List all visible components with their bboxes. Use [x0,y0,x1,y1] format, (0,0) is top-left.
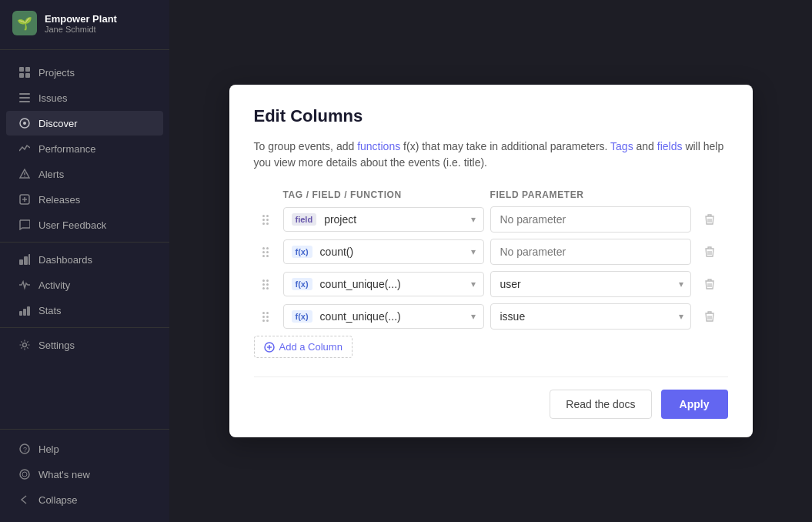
main-content: Edit Columns To group events, add functi… [169,0,812,522]
sidebar-item-stats[interactable]: Stats [6,298,163,323]
sidebar-item-label: Activity [38,279,70,291]
functions-link[interactable]: functions [357,140,400,152]
modal-description: To group events, add functions f(x) that… [254,139,728,171]
read-docs-button[interactable]: Read the docs [550,390,651,419]
sidebar-item-dashboards[interactable]: Dashboards [6,247,163,272]
sidebar-item-user-feedback[interactable]: User Feedback [6,212,163,237]
svg-rect-15 [19,311,22,316]
modal-overlay: Edit Columns To group events, add functi… [169,0,812,522]
stats-icon [18,304,31,316]
sidebar-bottom: ? Help What's new Collapse [0,429,169,522]
svg-rect-2 [19,73,24,78]
param-input-2[interactable] [490,239,691,265]
sidebar-item-help[interactable]: ? Help [6,437,163,461]
svg-rect-17 [27,306,30,316]
field-badge-4: f(x) [292,310,312,323]
sidebar: 🌱 Empower Plant Jane Schmidt Projects Is… [0,0,169,522]
feedback-icon [18,219,31,231]
sidebar-logo: 🌱 [12,11,37,35]
sidebar-item-label: User Feedback [38,219,106,231]
apply-button[interactable]: Apply [661,390,728,419]
field-select-1[interactable]: field project ▾ [283,207,484,232]
delete-row-1-button[interactable] [697,207,722,232]
sidebar-item-collapse[interactable]: Collapse [6,487,163,512]
delete-row-2-button[interactable] [697,239,722,264]
svg-rect-1 [25,67,30,72]
org-user: Jane Schmidt [45,25,117,34]
param-select-3[interactable]: user issue [490,271,691,297]
svg-rect-5 [19,97,30,99]
svg-point-18 [23,343,27,347]
settings-icon [18,339,31,351]
sidebar-item-label: What's new [38,469,90,480]
sidebar-item-performance[interactable]: Performance [6,136,163,161]
chevron-down-icon-4: ▾ [471,311,476,322]
fx-text: f(x) that may take in additional paramet… [403,140,610,152]
sidebar-item-label: Alerts [38,169,64,180]
tags-link[interactable]: Tags [610,140,633,152]
field-name-4: count_unique(...) [320,310,466,323]
grid-icon [18,66,31,79]
releases-icon [18,193,31,206]
fields-link[interactable]: fields [657,140,683,152]
svg-rect-6 [19,101,30,102]
sidebar-divider-3 [0,327,169,328]
drag-handle-3[interactable] [254,276,277,293]
discover-icon [18,117,31,129]
field-name-3: count_unique(...) [320,278,466,290]
column-row-4: f(x) count_unique(...) ▾ issue user ▾ [254,303,728,330]
field-select-2[interactable]: f(x) count() ▾ [283,239,484,264]
dashboards-icon [18,253,31,266]
description-text: To group events, add [254,140,358,152]
sidebar-item-issues[interactable]: Issues [6,85,163,110]
modal-title: Edit Columns [254,106,728,126]
col1-header: Tag / Field / Function [283,189,484,200]
performance-icon [18,142,31,155]
field-name-1: project [324,213,466,226]
column-row-3: f(x) count_unique(...) ▾ user issue ▾ [254,271,728,297]
activity-icon [18,279,31,291]
sidebar-divider-2 [0,242,169,243]
sidebar-item-label: Releases [38,194,80,206]
sidebar-divider [0,49,169,50]
delete-row-3-button[interactable] [697,272,722,296]
field-badge-3: f(x) [292,278,312,290]
sidebar-org: Empower Plant Jane Schmidt [45,13,117,34]
drag-handle-4[interactable] [254,309,277,325]
sidebar-item-label: Stats [38,305,62,316]
chevron-down-icon-1: ▾ [471,214,476,225]
sidebar-item-activity[interactable]: Activity [6,273,163,297]
sidebar-header: 🌱 Empower Plant Jane Schmidt [0,0,169,46]
sidebar-item-label: Collapse [38,494,78,506]
sidebar-item-label: Dashboards [38,254,92,266]
field-name-2: count() [320,246,466,258]
svg-rect-4 [19,93,30,95]
sidebar-item-settings[interactable]: Settings [6,333,163,357]
param-select-container-1 [490,206,691,233]
add-column-button[interactable]: Add a Column [254,336,353,358]
param-select-container-3: user issue ▾ [490,271,691,297]
add-column-label: Add a Column [279,341,343,353]
issues-icon [18,92,31,104]
sidebar-item-whatsnew[interactable]: What's new [6,462,163,487]
modal-footer: Read the docs Apply [254,376,728,419]
drag-handle-1[interactable] [254,212,277,228]
svg-point-8 [23,122,26,125]
sidebar-item-releases[interactable]: Releases [6,187,163,212]
field-badge-1: field [292,213,317,226]
sidebar-item-alerts[interactable]: Alerts [6,162,163,186]
and-text: and [637,140,657,152]
drag-handle-2[interactable] [254,244,277,260]
param-input-1[interactable] [490,206,691,233]
param-select-4[interactable]: issue user [490,303,691,330]
delete-row-4-button[interactable] [697,304,722,329]
svg-rect-12 [19,259,23,265]
edit-columns-modal: Edit Columns To group events, add functi… [229,85,753,437]
sidebar-item-projects[interactable]: Projects [6,60,163,85]
field-select-4[interactable]: f(x) count_unique(...) ▾ [283,304,484,329]
sidebar-item-discover[interactable]: Discover [6,111,163,136]
svg-rect-3 [25,73,30,78]
alerts-icon [18,168,31,180]
svg-rect-13 [24,256,28,265]
field-select-3[interactable]: f(x) count_unique(...) ▾ [283,272,484,296]
